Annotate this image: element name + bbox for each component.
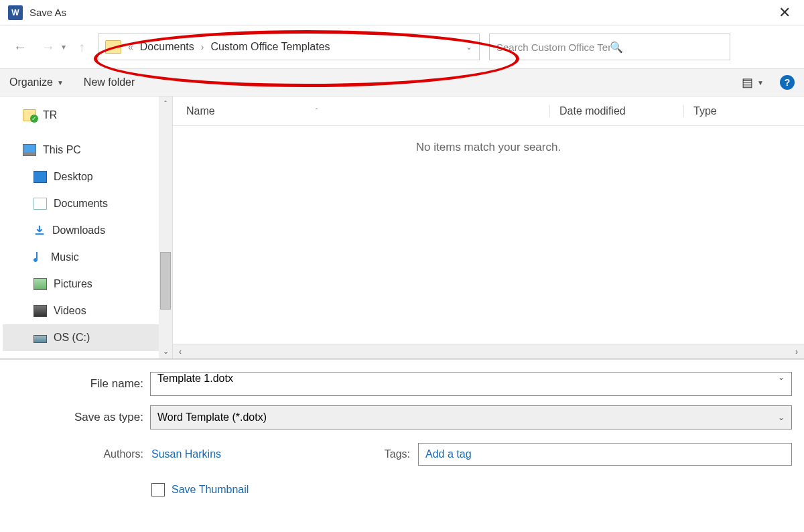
column-name[interactable]: Name ˆ	[186, 105, 549, 117]
sidebar-scrollbar[interactable]: ˆ ⌄	[159, 96, 172, 358]
drive-icon	[34, 335, 47, 343]
folder-tree: TR This PC Desktop Documents Downloads	[0, 96, 172, 356]
tree-item-music[interactable]: Music	[3, 244, 170, 271]
column-date-modified[interactable]: Date modified	[549, 105, 683, 117]
breadcrumb-prefix: «	[128, 42, 133, 52]
chevron-down-icon: ▼	[57, 79, 64, 86]
scroll-down-icon[interactable]: ⌄	[159, 344, 172, 358]
empty-message: No items match your search.	[173, 141, 804, 154]
filename-input[interactable]: Template 1.dotx ⌄	[150, 372, 792, 396]
file-list-area: Name ˆ Date modified Type No items match…	[173, 96, 804, 358]
breadcrumb-bar[interactable]: « Documents › Custom Office Templates ⌄	[98, 34, 480, 60]
chevron-right-icon: ›	[201, 42, 204, 52]
help-button[interactable]: ?	[780, 75, 795, 90]
back-button[interactable]: ←	[8, 35, 32, 59]
close-button[interactable]: ✕	[773, 3, 796, 23]
titlebar: W Save As ✕	[0, 0, 804, 25]
save-thumbnail-checkbox[interactable]	[151, 483, 165, 496]
sidebar: TR This PC Desktop Documents Downloads	[0, 96, 173, 358]
tree-item-documents[interactable]: Documents	[3, 190, 170, 217]
main-area: TR This PC Desktop Documents Downloads	[0, 96, 804, 359]
savetype-select[interactable]: Word Template (*.dotx) ⌄	[150, 405, 792, 429]
new-folder-button[interactable]: New folder	[84, 76, 135, 88]
word-icon: W	[8, 5, 23, 20]
music-icon	[34, 251, 44, 264]
view-icon: ▤	[742, 75, 753, 90]
scroll-up-icon[interactable]: ˆ	[159, 96, 172, 111]
tree-item-downloads[interactable]: Downloads	[3, 217, 170, 244]
column-type[interactable]: Type	[683, 105, 804, 117]
breadcrumb-dropdown[interactable]: ⌄	[466, 42, 472, 52]
tags-input[interactable]: Add a tag	[418, 443, 792, 466]
search-input[interactable]: Search Custom Office Templa... 🔍	[489, 34, 730, 60]
authors-label: Authors:	[29, 448, 143, 460]
authors-value[interactable]: Susan Harkins	[151, 448, 221, 460]
download-icon	[34, 224, 46, 237]
horizontal-scrollbar[interactable]: ‹ ›	[173, 344, 804, 358]
pc-icon	[23, 144, 36, 156]
folder-check-icon	[23, 109, 36, 121]
tree-item-desktop[interactable]: Desktop	[3, 163, 170, 190]
tree-item-videos[interactable]: Videos	[3, 297, 170, 324]
organize-button[interactable]: Organize ▼	[9, 76, 64, 88]
tags-label: Tags:	[370, 448, 410, 460]
filename-label: File name:	[29, 377, 143, 391]
folder-icon	[105, 40, 121, 54]
dialog-title: Save As	[29, 7, 66, 18]
tree-item-tr[interactable]: TR	[3, 102, 170, 129]
breadcrumb-item[interactable]: Custom Office Templates	[210, 41, 330, 53]
toolbar: Organize ▼ New folder ▤ ▼ ?	[0, 68, 804, 96]
scroll-left-icon[interactable]: ‹	[173, 344, 188, 358]
scroll-right-icon[interactable]: ›	[789, 344, 804, 358]
recent-locations-dropdown[interactable]: ▾	[62, 42, 66, 52]
tree-item-pictures[interactable]: Pictures	[3, 271, 170, 297]
sort-indicator-icon: ˆ	[316, 107, 318, 115]
videos-icon	[34, 305, 47, 317]
save-form: File name: Template 1.dotx ⌄ Save as typ…	[0, 359, 804, 503]
search-placeholder: Search Custom Office Templa...	[496, 42, 610, 53]
search-icon: 🔍	[610, 41, 723, 54]
navigation-bar: ← → ▾ ↑ « Documents › Custom Office Temp…	[0, 25, 804, 68]
view-options-button[interactable]: ▤ ▼	[742, 75, 764, 90]
scroll-thumb[interactable]	[160, 252, 171, 310]
tree-item-this-pc[interactable]: This PC	[3, 137, 170, 163]
savetype-label: Save as type:	[29, 411, 143, 424]
document-icon	[34, 198, 47, 210]
chevron-down-icon[interactable]: ⌄	[778, 373, 785, 382]
column-headers: Name ˆ Date modified Type	[173, 96, 804, 126]
forward-button[interactable]: →	[36, 35, 60, 59]
chevron-down-icon: ⌄	[778, 413, 785, 422]
breadcrumb-item[interactable]: Documents	[140, 41, 194, 53]
up-button[interactable]: ↑	[70, 35, 94, 59]
chevron-down-icon: ▼	[757, 79, 764, 86]
pictures-icon	[34, 278, 47, 290]
tree-item-os-drive[interactable]: OS (C:)	[3, 324, 170, 351]
save-thumbnail-label: Save Thumbnail	[172, 484, 249, 496]
desktop-icon	[34, 171, 47, 183]
